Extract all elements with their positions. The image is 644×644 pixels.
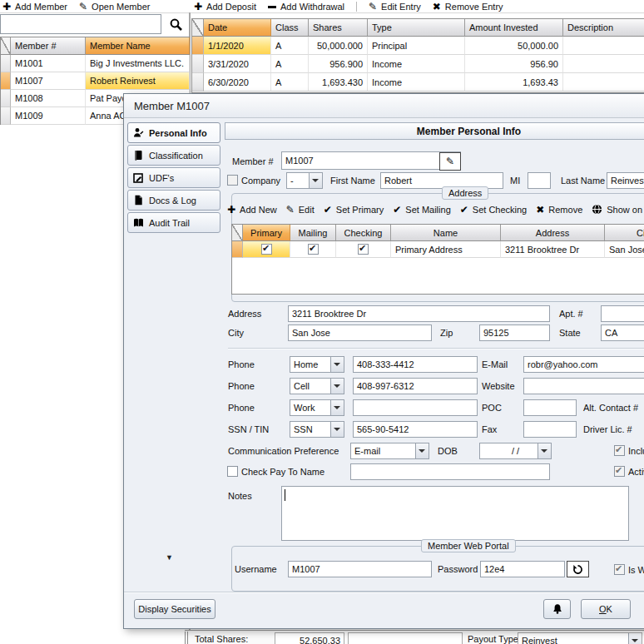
display-securities-button[interactable]: Display Securities <box>134 599 215 619</box>
remove-entry-button[interactable]: ✖ Remove Entry <box>433 2 503 12</box>
row-indicator[interactable] <box>1 55 11 72</box>
include-checkbox[interactable] <box>614 445 625 456</box>
add-member-button[interactable]: ✚ Add Member <box>2 2 67 12</box>
splitter-handle[interactable] <box>185 632 186 644</box>
column-header-address[interactable]: Address <box>501 225 605 241</box>
phone-home-type-select[interactable]: Home <box>290 356 344 373</box>
state-field[interactable]: CA <box>601 324 644 341</box>
cell-class[interactable]: A <box>271 73 309 92</box>
active-checkbox[interactable] <box>614 466 625 477</box>
alerts-button[interactable] <box>543 599 571 619</box>
column-header-member-name[interactable]: Member Name <box>86 37 190 55</box>
dialog-title-bar[interactable]: Member M1007 <box>124 94 644 118</box>
member-num-field[interactable]: M1007 <box>281 151 461 170</box>
column-header-city[interactable]: City <box>605 225 644 241</box>
mi-field[interactable] <box>528 172 551 189</box>
password-field[interactable]: 12e4 <box>480 561 565 577</box>
column-header-primary[interactable]: Primary <box>243 225 290 241</box>
column-header-checking[interactable]: Checking <box>336 225 391 241</box>
chevron-down-icon[interactable] <box>330 357 344 372</box>
add-new-address-button[interactable]: ✚ Add New <box>227 205 277 215</box>
row-indicator[interactable] <box>1 90 11 107</box>
poc-field[interactable] <box>523 399 577 416</box>
column-header-amount[interactable]: Amount Invested <box>465 19 563 37</box>
remove-address-button[interactable]: ✖ Remove <box>536 205 582 215</box>
grid-corner[interactable] <box>1 37 11 55</box>
email-field[interactable]: robr@yahoo.com <box>523 356 644 373</box>
cell-date[interactable]: 6/30/2020 <box>204 73 271 92</box>
row-indicator[interactable] <box>192 73 204 92</box>
column-header-shares[interactable]: Shares <box>309 19 368 37</box>
row-indicator[interactable] <box>232 241 243 258</box>
cell-shares[interactable]: 1,693.430 <box>309 73 368 92</box>
cell-member-name[interactable]: Big J Investments LLC. <box>86 55 190 72</box>
cell-date[interactable]: 1/1/2020 <box>204 37 271 55</box>
cell-description[interactable] <box>563 55 644 73</box>
cell-amount[interactable]: 1,693.43 <box>465 73 563 92</box>
column-header-type[interactable]: Type <box>368 19 465 37</box>
apt-field[interactable] <box>601 305 644 322</box>
ssn-field[interactable]: 565-90-5412 <box>353 421 478 438</box>
prefix-select[interactable]: - <box>286 172 323 189</box>
grid-corner[interactable] <box>232 225 243 241</box>
cell-member-num[interactable]: M1001 <box>11 55 86 72</box>
cell-description[interactable] <box>563 73 644 92</box>
cell-type[interactable]: Principal <box>368 37 465 55</box>
last-name-field[interactable]: Reinvest <box>607 172 644 189</box>
cell-class[interactable]: A <box>271 55 309 73</box>
cell-member-num[interactable]: M1008 <box>11 90 86 107</box>
chevron-down-icon[interactable] <box>415 443 429 458</box>
phone-home-field[interactable]: 408-333-4412 <box>353 356 478 373</box>
tab-scroll-down-icon[interactable]: ▼ <box>166 553 173 562</box>
chevron-down-icon[interactable] <box>628 633 642 644</box>
column-header-member-num[interactable]: Member # <box>11 37 86 55</box>
cell-member-num[interactable]: M1009 <box>11 107 86 125</box>
cell-member-num[interactable]: M1007 <box>11 72 86 90</box>
check-pay-checkbox[interactable] <box>227 466 238 477</box>
tab-personal-info[interactable]: Personal Info <box>127 122 220 143</box>
cell-amount[interactable]: 956.90 <box>465 55 563 73</box>
ok-button[interactable]: OK <box>581 599 631 619</box>
chevron-down-icon[interactable] <box>330 422 344 437</box>
edit-member-num-button[interactable]: ✎ <box>439 152 461 171</box>
is-web-checkbox[interactable] <box>614 564 625 575</box>
column-header-mailing[interactable]: Mailing <box>290 225 336 241</box>
show-on-map-button[interactable]: Show on Map <box>592 204 644 215</box>
tab-classification[interactable]: Classification <box>127 145 220 166</box>
phone-cell-field[interactable]: 408-997-6312 <box>353 378 478 394</box>
mailing-checkbox[interactable] <box>308 244 319 255</box>
website-field[interactable] <box>523 378 644 394</box>
cell-type[interactable]: Income <box>368 73 465 92</box>
city-field[interactable]: San Jose <box>288 324 432 341</box>
payout-type-select[interactable]: Reinvest <box>518 632 642 644</box>
address-field[interactable]: 3211 Brooktree Dr <box>288 305 550 322</box>
add-deposit-button[interactable]: ✚ Add Deposit <box>194 2 256 12</box>
cell-amount[interactable]: 50,000.00 <box>465 37 563 55</box>
username-field[interactable]: M1007 <box>288 561 432 577</box>
cell-member-name[interactable]: Robert Reinvest <box>86 72 190 90</box>
check-pay-field[interactable] <box>350 463 550 480</box>
checking-checkbox[interactable] <box>358 244 369 255</box>
chevron-down-icon[interactable] <box>330 400 344 415</box>
phone-work-type-select[interactable]: Work <box>290 399 344 416</box>
open-member-button[interactable]: ✎ Open Member <box>79 2 150 12</box>
cell-class[interactable]: A <box>271 37 309 55</box>
notes-textarea[interactable] <box>281 486 629 541</box>
chevron-down-icon[interactable] <box>330 379 344 394</box>
row-indicator[interactable] <box>1 72 11 90</box>
edit-address-button[interactable]: ✎ Edit <box>286 205 315 215</box>
column-header-name[interactable]: Name <box>391 225 501 241</box>
column-header-class[interactable]: Class <box>271 19 309 37</box>
column-header-description[interactable]: Description <box>563 19 644 37</box>
chevron-down-icon[interactable] <box>309 173 322 188</box>
regenerate-password-button[interactable] <box>567 561 589 577</box>
cell-shares[interactable]: 50,000.000 <box>309 37 368 55</box>
search-button[interactable] <box>163 15 188 33</box>
cell-date[interactable]: 3/31/2020 <box>204 55 271 73</box>
phone-cell-type-select[interactable]: Cell <box>290 378 344 394</box>
zip-field[interactable]: 95125 <box>479 324 550 341</box>
column-header-date[interactable]: Date <box>204 19 271 37</box>
add-withdrawal-button[interactable]: Add Withdrawal <box>268 2 344 12</box>
cell-name[interactable]: Primary Address <box>391 241 501 258</box>
row-indicator[interactable] <box>192 55 204 73</box>
